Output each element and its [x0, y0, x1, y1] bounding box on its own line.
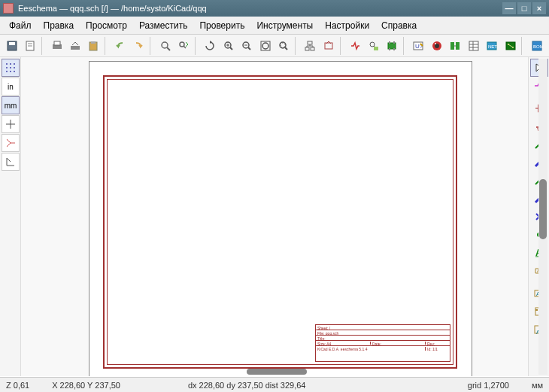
titleblock-sheet: Sheet: /	[316, 325, 450, 330]
svg-rect-5	[53, 44, 62, 49]
svg-rect-28	[311, 47, 314, 50]
units-in-button[interactable]: in	[2, 77, 20, 96]
svg-point-67	[6, 71, 8, 72]
svg-line-11	[167, 47, 170, 50]
menu-help[interactable]: Справка	[375, 18, 423, 33]
svg-rect-0	[8, 41, 17, 50]
svg-point-68	[10, 71, 11, 72]
find-button[interactable]	[156, 37, 174, 55]
svg-rect-6	[54, 41, 60, 45]
menu-preferences[interactable]: Настройки	[319, 18, 375, 33]
titleblock-rev: Rev:	[426, 342, 448, 345]
svg-rect-8	[89, 42, 97, 50]
svg-rect-55	[506, 42, 515, 50]
menu-place[interactable]: Разместить	[133, 18, 194, 33]
titleblock-date: Date:	[371, 342, 426, 345]
refresh-button[interactable]	[202, 37, 219, 55]
undo-button[interactable]	[111, 37, 129, 55]
menubar: Файл Правка Просмотр Разместить Проверит…	[0, 17, 549, 35]
cursor-shape-button[interactable]	[2, 115, 20, 133]
svg-point-44	[432, 41, 441, 50]
canvas-container[interactable]: Sheet: / File: qqq.sch Title: Size: A4 D…	[21, 57, 528, 376]
assign-footprints-button[interactable]	[447, 37, 464, 55]
menu-inspect[interactable]: Проверить	[193, 18, 250, 33]
generate-netlist-button[interactable]: NET	[484, 37, 501, 55]
zoom-selection-button[interactable]	[274, 37, 292, 55]
svg-rect-7	[71, 46, 80, 50]
svg-rect-41	[393, 48, 395, 50]
page-settings-button[interactable]	[21, 37, 38, 55]
menu-file[interactable]: Файл	[3, 18, 38, 33]
edit-fields-button[interactable]	[465, 37, 482, 55]
svg-line-13	[184, 46, 186, 48]
status-xy: X 228,60 Y 237,50	[52, 381, 120, 390]
svg-rect-39	[393, 41, 395, 44]
toolbar-separator	[150, 37, 154, 55]
svg-rect-40	[389, 48, 390, 50]
annotate-button[interactable]: U?	[410, 37, 427, 55]
title-text: Eeschema — qqq.sch [/] — /home/systo/KiC…	[18, 4, 502, 13]
toolbar-separator	[340, 37, 344, 55]
schematic-sheet[interactable]: Sheet: / File: qqq.sch Title: Size: A4 D…	[89, 61, 472, 376]
toolbar-separator	[295, 37, 299, 55]
titleblock-id: Id: 1/1	[426, 347, 448, 351]
toolbar-top: U? NET BOM	[0, 35, 549, 57]
grid-toggle-button[interactable]	[2, 59, 20, 77]
zoom-out-button[interactable]	[238, 37, 255, 55]
pcb-button[interactable]	[502, 37, 519, 55]
svg-rect-26	[308, 41, 312, 44]
zoom-fit-button[interactable]	[256, 37, 274, 55]
minimize-button[interactable]: —	[502, 2, 516, 14]
drawing-frame-inner: Sheet: / File: qqq.sch Title: Size: A4 D…	[107, 79, 453, 365]
maximize-button[interactable]: □	[517, 2, 531, 14]
status-dxdy: dx 228,60 dy 237,50 dist 329,64	[188, 381, 306, 390]
leave-sheet-button[interactable]	[320, 37, 337, 55]
status-unit: мм	[532, 381, 543, 390]
print-button[interactable]	[48, 37, 65, 55]
svg-point-66	[14, 67, 15, 68]
bus-direction-button[interactable]	[2, 153, 20, 171]
svg-point-45	[435, 44, 439, 48]
units-mm-button[interactable]: mm	[2, 96, 20, 114]
bom-button[interactable]: BOM	[528, 37, 545, 55]
right-toolbar-scrollbar[interactable]	[539, 179, 547, 239]
hierarchy-button[interactable]	[302, 37, 319, 55]
svg-point-62	[10, 63, 11, 65]
svg-rect-2	[26, 41, 34, 50]
svg-rect-1	[9, 42, 15, 45]
menu-tools[interactable]: Инструменты	[250, 18, 319, 33]
titleblock-row4: KiCad E.D.A. eeschema 5.1.4 Id: 1/1	[316, 346, 450, 351]
svg-point-69	[14, 71, 15, 72]
menu-edit[interactable]: Правка	[38, 18, 80, 33]
plot-button[interactable]	[66, 37, 83, 55]
svg-line-24	[285, 47, 287, 50]
redo-button[interactable]	[129, 37, 147, 55]
main-area: in mm Sheet: / File: qqq.sch Title: Size…	[0, 57, 549, 376]
close-button[interactable]: ×	[532, 2, 546, 14]
svg-text:U?: U?	[415, 43, 423, 50]
symbol-browser-button[interactable]	[365, 37, 382, 55]
svg-rect-22	[261, 41, 270, 50]
svg-rect-59	[532, 41, 541, 50]
svg-rect-9	[91, 41, 96, 44]
status-zoom: Z 0,61	[6, 381, 29, 390]
hidden-pins-button[interactable]	[2, 134, 20, 152]
replace-button[interactable]	[174, 37, 192, 55]
titleblock-file: File: qqq.sch	[316, 330, 450, 336]
paste-button[interactable]	[85, 37, 102, 55]
right-toolbar: A A A S A	[528, 57, 549, 376]
erc-button[interactable]	[428, 37, 445, 55]
symbol-editor-button[interactable]	[347, 37, 364, 55]
horizontal-scrollbar[interactable]	[247, 369, 307, 375]
svg-text:BOM: BOM	[533, 44, 543, 49]
menu-view[interactable]: Просмотр	[80, 18, 133, 33]
svg-point-65	[10, 67, 11, 68]
zoom-in-button[interactable]	[220, 37, 237, 55]
svg-rect-25	[281, 43, 285, 47]
svg-point-64	[6, 67, 8, 68]
toolbar-separator	[403, 37, 408, 55]
svg-line-58	[508, 44, 513, 47]
save-button[interactable]	[3, 37, 20, 55]
footprint-editor-button[interactable]	[383, 37, 400, 55]
titleblock-size: Size: A4	[317, 342, 371, 345]
